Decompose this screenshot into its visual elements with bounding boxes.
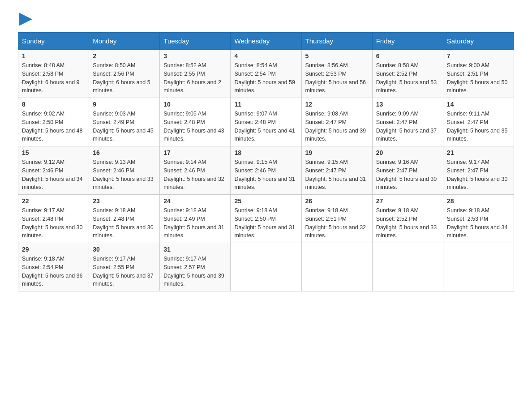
day-info: Sunrise: 9:18 AM Sunset: 2:54 PM Dayligh… [22,255,85,288]
day-info: Sunrise: 9:11 AM Sunset: 2:47 PM Dayligh… [447,110,510,143]
day-number: 12 [305,101,369,108]
calendar-cell: 10 Sunrise: 9:05 AM Sunset: 2:48 PM Dayl… [160,98,231,146]
day-info: Sunrise: 8:56 AM Sunset: 2:53 PM Dayligh… [305,61,369,95]
logo-arrow-icon [19,13,32,26]
svg-marker-0 [19,13,32,26]
calendar-cell: 28 Sunrise: 9:18 AM Sunset: 2:53 PM Dayl… [443,195,514,243]
day-number: 25 [234,197,297,205]
day-number: 26 [305,197,369,205]
day-number: 8 [22,101,85,108]
day-number: 21 [447,149,510,156]
calendar-cell: 16 Sunrise: 9:13 AM Sunset: 2:46 PM Dayl… [89,146,160,195]
day-number: 23 [93,197,156,205]
calendar-cell: 11 Sunrise: 9:07 AM Sunset: 2:48 PM Dayl… [231,98,301,146]
logo [18,13,32,23]
day-info: Sunrise: 9:18 AM Sunset: 2:51 PM Dayligh… [305,206,369,240]
calendar-cell: 31 Sunrise: 9:17 AM Sunset: 2:57 PM Dayl… [160,243,231,291]
day-number: 13 [376,101,439,108]
calendar-cell: 22 Sunrise: 9:17 AM Sunset: 2:48 PM Dayl… [18,195,89,243]
calendar-cell: 25 Sunrise: 9:18 AM Sunset: 2:50 PM Dayl… [231,195,301,243]
header-row: SundayMondayTuesdayWednesdayThursdayFrid… [18,33,514,50]
day-info: Sunrise: 9:18 AM Sunset: 2:53 PM Dayligh… [447,206,510,240]
day-info: Sunrise: 9:00 AM Sunset: 2:51 PM Dayligh… [447,61,510,95]
calendar-cell: 1 Sunrise: 8:48 AM Sunset: 2:58 PM Dayli… [18,50,89,98]
day-number: 17 [163,149,227,156]
day-info: Sunrise: 8:54 AM Sunset: 2:54 PM Dayligh… [234,61,297,95]
calendar-cell: 29 Sunrise: 9:18 AM Sunset: 2:54 PM Dayl… [18,243,89,291]
weekday-header-monday: Monday [89,33,160,50]
day-number: 2 [93,52,156,60]
calendar-cell: 9 Sunrise: 9:03 AM Sunset: 2:49 PM Dayli… [89,98,160,146]
calendar-cell: 6 Sunrise: 8:58 AM Sunset: 2:52 PM Dayli… [372,50,443,98]
day-info: Sunrise: 9:13 AM Sunset: 2:46 PM Dayligh… [93,158,156,192]
calendar-cell: 27 Sunrise: 9:18 AM Sunset: 2:52 PM Dayl… [372,195,443,243]
week-row-4: 22 Sunrise: 9:17 AM Sunset: 2:48 PM Dayl… [18,195,514,243]
day-info: Sunrise: 9:17 AM Sunset: 2:48 PM Dayligh… [22,206,85,240]
calendar-cell: 14 Sunrise: 9:11 AM Sunset: 2:47 PM Dayl… [443,98,514,146]
day-number: 11 [234,101,297,108]
day-info: Sunrise: 9:09 AM Sunset: 2:47 PM Dayligh… [376,110,439,143]
day-number: 31 [163,246,227,253]
weekday-header-wednesday: Wednesday [231,33,301,50]
calendar-cell: 24 Sunrise: 9:18 AM Sunset: 2:49 PM Dayl… [160,195,231,243]
calendar-cell [372,243,443,291]
day-info: Sunrise: 9:14 AM Sunset: 2:46 PM Dayligh… [163,158,227,192]
day-info: Sunrise: 9:08 AM Sunset: 2:47 PM Dayligh… [305,110,369,143]
day-info: Sunrise: 9:05 AM Sunset: 2:48 PM Dayligh… [163,110,227,143]
calendar-cell: 12 Sunrise: 9:08 AM Sunset: 2:47 PM Dayl… [301,98,372,146]
calendar-cell: 21 Sunrise: 9:17 AM Sunset: 2:47 PM Dayl… [443,146,514,195]
day-number: 24 [163,197,227,205]
week-row-2: 8 Sunrise: 9:02 AM Sunset: 2:50 PM Dayli… [18,98,514,146]
day-info: Sunrise: 9:02 AM Sunset: 2:50 PM Dayligh… [22,110,85,143]
day-number: 3 [163,52,227,60]
day-number: 6 [376,52,439,60]
day-info: Sunrise: 9:18 AM Sunset: 2:49 PM Dayligh… [163,206,227,240]
day-info: Sunrise: 9:18 AM Sunset: 2:50 PM Dayligh… [234,206,297,240]
week-row-3: 15 Sunrise: 9:12 AM Sunset: 2:46 PM Dayl… [18,146,514,195]
calendar-cell: 26 Sunrise: 9:18 AM Sunset: 2:51 PM Dayl… [301,195,372,243]
weekday-header-sunday: Sunday [18,33,89,50]
day-info: Sunrise: 9:17 AM Sunset: 2:47 PM Dayligh… [447,158,510,192]
day-number: 4 [234,52,297,60]
day-number: 18 [234,149,297,156]
day-number: 27 [376,197,439,205]
day-info: Sunrise: 9:18 AM Sunset: 2:52 PM Dayligh… [376,206,439,240]
weekday-header-friday: Friday [372,33,443,50]
calendar-cell: 4 Sunrise: 8:54 AM Sunset: 2:54 PM Dayli… [231,50,301,98]
calendar-cell: 13 Sunrise: 9:09 AM Sunset: 2:47 PM Dayl… [372,98,443,146]
day-info: Sunrise: 8:52 AM Sunset: 2:55 PM Dayligh… [163,61,227,95]
day-info: Sunrise: 8:50 AM Sunset: 2:56 PM Dayligh… [93,61,156,95]
day-info: Sunrise: 9:12 AM Sunset: 2:46 PM Dayligh… [22,158,85,192]
weekday-header-saturday: Saturday [443,33,514,50]
day-number: 29 [22,246,85,253]
day-number: 22 [22,197,85,205]
week-row-1: 1 Sunrise: 8:48 AM Sunset: 2:58 PM Dayli… [18,50,514,98]
calendar-cell: 17 Sunrise: 9:14 AM Sunset: 2:46 PM Dayl… [160,146,231,195]
day-info: Sunrise: 8:48 AM Sunset: 2:58 PM Dayligh… [22,61,85,95]
day-info: Sunrise: 9:15 AM Sunset: 2:47 PM Dayligh… [305,158,369,192]
calendar-cell: 20 Sunrise: 9:16 AM Sunset: 2:47 PM Dayl… [372,146,443,195]
calendar-cell: 5 Sunrise: 8:56 AM Sunset: 2:53 PM Dayli… [301,50,372,98]
calendar-cell: 18 Sunrise: 9:15 AM Sunset: 2:46 PM Dayl… [231,146,301,195]
page-header [18,13,514,23]
day-info: Sunrise: 9:17 AM Sunset: 2:57 PM Dayligh… [163,255,227,288]
day-number: 20 [376,149,439,156]
weekday-header-tuesday: Tuesday [160,33,231,50]
calendar-cell: 7 Sunrise: 9:00 AM Sunset: 2:51 PM Dayli… [443,50,514,98]
calendar-cell [231,243,301,291]
week-row-5: 29 Sunrise: 9:18 AM Sunset: 2:54 PM Dayl… [18,243,514,291]
day-number: 5 [305,52,369,60]
day-number: 14 [447,101,510,108]
calendar-cell: 8 Sunrise: 9:02 AM Sunset: 2:50 PM Dayli… [18,98,89,146]
calendar-cell [301,243,372,291]
calendar-cell: 15 Sunrise: 9:12 AM Sunset: 2:46 PM Dayl… [18,146,89,195]
day-number: 16 [93,149,156,156]
day-info: Sunrise: 9:18 AM Sunset: 2:48 PM Dayligh… [93,206,156,240]
day-number: 7 [447,52,510,60]
day-info: Sunrise: 9:16 AM Sunset: 2:47 PM Dayligh… [376,158,439,192]
day-number: 19 [305,149,369,156]
day-info: Sunrise: 9:17 AM Sunset: 2:55 PM Dayligh… [93,255,156,288]
day-info: Sunrise: 9:03 AM Sunset: 2:49 PM Dayligh… [93,110,156,143]
day-number: 10 [163,101,227,108]
day-number: 9 [93,101,156,108]
